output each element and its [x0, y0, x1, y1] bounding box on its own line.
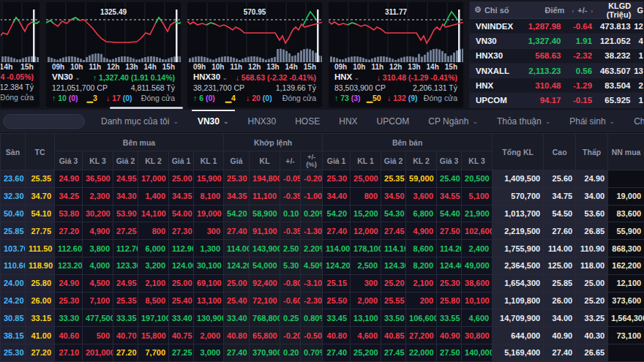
board-row[interactable]: 110.60118.90123.204,000123.303,200124.00…	[1, 257, 644, 274]
index-summary-row-upcom[interactable]: UPCOM94.17-0.1565.9251	[470, 93, 643, 108]
foreign-buy: 73,100	[608, 327, 644, 344]
floor-price: 103.70	[1, 240, 26, 257]
index-change: 1.91	[561, 37, 592, 45]
axis-tick: 09h	[193, 63, 206, 71]
advancers-count: ↑ 73 (3)	[334, 93, 361, 103]
market-charts-strip: 14h 15h-0.64 -0.05%)2,912.384 Tỷ(0)Đóng …	[0, 0, 644, 108]
board-row[interactable]: 103.70111.50112.603,800112.706,000112.90…	[1, 240, 644, 257]
chevron-down-icon: ⌄	[545, 118, 551, 125]
tab-danh-mục-của-tôi[interactable]: Danh mục của tôi ⌄	[101, 110, 179, 132]
tab-chứng-quyền[interactable]: Chứng quyền ⌄	[634, 110, 644, 132]
board-row[interactable]: 30.8533.1533.30477,50033.35197,10033.401…	[1, 309, 644, 327]
col-total-volume[interactable]: Tổng KL	[493, 134, 544, 170]
board-row[interactable]: 24.2026.0025.307,10025.358,50025.4013,10…	[1, 292, 644, 309]
col-floor[interactable]: Sàn	[1, 134, 26, 170]
board-row[interactable]: 23.6025.3524.9036,50024.9517,00025.0015,…	[1, 170, 644, 188]
low-price: 110.90	[576, 240, 608, 257]
board-row[interactable]: 25.3027.2027.10201,00027.207,70027.253,0…	[1, 344, 644, 361]
subcol-kl-2[interactable]: KL 2	[138, 151, 169, 170]
axis-tick: 13h	[408, 63, 420, 71]
axis-labels: 14h 15h	[0, 62, 34, 71]
index-name-dropdown[interactable]: VN30 ⌄	[52, 72, 80, 83]
subcol--[interactable]: +/-(%)	[301, 151, 323, 170]
index-summary-row-hnx[interactable]: HNX310.48-1.2983.5042	[470, 78, 643, 93]
board-row[interactable]: 25.8527.7527.204,90027.2580027.3030027.4…	[1, 222, 644, 240]
floor-count: (0)	[123, 94, 132, 102]
header-volume[interactable]: KLGD (Triệu)	[594, 1, 631, 19]
subcol--[interactable]: +/-	[280, 151, 301, 170]
tab-phái-sinh[interactable]: Phái sinh ⌄	[569, 110, 615, 132]
index-volume: 463.507	[592, 67, 630, 75]
subcol-kl-3[interactable]: KL 3	[83, 151, 113, 170]
index-name-dropdown[interactable]: HNX30 ⌄	[193, 72, 228, 83]
subcol-kl-2[interactable]: KL 2	[406, 151, 437, 170]
ask-cell: 3,600	[406, 187, 437, 205]
total-volume: 1,013,700	[493, 205, 544, 222]
tab-vn30[interactable]: VN30 ⌄	[198, 110, 229, 132]
symbol-search-input[interactable]	[3, 114, 85, 129]
bid-cell: 123.30	[113, 257, 138, 274]
subcol-gi-2[interactable]: Giá 2	[113, 151, 138, 170]
col-reference[interactable]: TC	[26, 134, 55, 170]
index-quote-fragment: -0.64 -0.05%)	[0, 72, 40, 83]
tab-thỏa-thuận[interactable]: Thỏa thuận ⌄	[497, 110, 550, 132]
index-volume: 65.925	[592, 96, 630, 105]
bid-cell: 34.30	[113, 187, 138, 205]
col-low[interactable]: Thấp	[576, 134, 608, 170]
bid-cell: 123.20	[55, 257, 83, 274]
tab-cp-ngành[interactable]: CP Ngành ⌄	[428, 110, 478, 132]
subcol-gi-3[interactable]: Giá 3	[55, 151, 83, 170]
board-row[interactable]: 50.4054.1053.8030,20053.9014,10054.0019,…	[1, 205, 644, 222]
low-price: 40.30	[576, 327, 608, 344]
ask-cell: 27.50	[437, 344, 462, 361]
quote-text: -0.64 -0.05%)	[0, 72, 34, 81]
header-index-name: Chỉ số	[484, 6, 527, 15]
foreign-buy: 162,200	[608, 257, 644, 274]
tab-hose[interactable]: HOSE	[295, 110, 320, 132]
gear-icon[interactable]: ⚙	[474, 5, 482, 15]
subcol-kl-1[interactable]: KL 1	[194, 151, 224, 170]
subcol-kl[interactable]: KL	[250, 151, 280, 170]
index-points: 310.48	[521, 81, 561, 90]
index-change: -1.29	[561, 81, 592, 90]
ask-cell: 8,200	[406, 257, 437, 274]
index-summary-row-vn30[interactable]: VN301,327.401.91121.0524	[470, 34, 643, 48]
subcol-kl-3[interactable]: KL 3	[462, 151, 493, 170]
ask-cell: 20,500	[462, 170, 493, 188]
ask-cell: 124.30	[381, 257, 406, 274]
ask-cell: 15,200	[351, 205, 381, 222]
charts-horizontal-scrollbar[interactable]	[110, 107, 183, 109]
board-header: Sàn TC Bên mua Khớp lệnh Bên bán Tổng KL…	[1, 134, 644, 170]
chevron-down-icon: ⌄	[173, 118, 179, 125]
col-foreign-buy[interactable]: NN mua	[608, 134, 644, 170]
col-high[interactable]: Cao	[544, 134, 576, 170]
subcol-gi-[interactable]: Giá	[224, 151, 250, 170]
index-summary-row-hnx30[interactable]: HNX30568.63-2.3238.2321	[470, 49, 643, 64]
subcol-kl-1[interactable]: KL 1	[351, 151, 381, 170]
tab-upcom[interactable]: UPCOM	[377, 110, 410, 132]
index-name-dropdown[interactable]: HNX ⌄	[334, 72, 359, 83]
subcol-gi-1[interactable]: Giá 1	[169, 151, 194, 170]
subcol-gi-3[interactable]: Giá 3	[437, 151, 462, 170]
ceiling-count: (3)	[351, 94, 361, 102]
subcol-gi-2[interactable]: Giá 2	[381, 151, 406, 170]
ref-price: 26.00	[26, 292, 55, 309]
tab-hnx30[interactable]: HNX30	[248, 110, 277, 132]
index-summary-row-vnxall[interactable]: VNXALL2,113.230.56463.50713	[470, 64, 643, 78]
header-points[interactable]: Điểm	[526, 6, 564, 15]
board-row[interactable]: 24.0025.8024.904,50024.952,10025.0069,10…	[1, 274, 644, 292]
bid-cell: 112.60	[55, 240, 83, 257]
subcol-gi-1[interactable]: Giá 1	[323, 151, 351, 170]
board-row[interactable]: 38.1541.0040.6050040.7015,80040.752,0004…	[1, 327, 644, 344]
board-row[interactable]: 32.3034.7034.252,30034.301,40034.358,100…	[1, 187, 644, 205]
match-cell: 0.10	[280, 205, 301, 222]
axis-tick: 09h	[52, 63, 64, 71]
header-change[interactable]: ‹ +/- ›	[564, 6, 594, 15]
tab-hnx[interactable]: HNX	[339, 110, 357, 132]
chevron-down-icon: ⌄	[352, 74, 359, 81]
index-summary-row-vnindex[interactable]: VNINDEX1,287.98-0.64473.81312	[470, 19, 643, 34]
match-cell: 11,100	[250, 187, 280, 205]
ask-cell: 27.40	[323, 344, 351, 361]
bid-cell: 69,100	[194, 274, 224, 292]
ask-cell: 25.80	[437, 292, 462, 309]
